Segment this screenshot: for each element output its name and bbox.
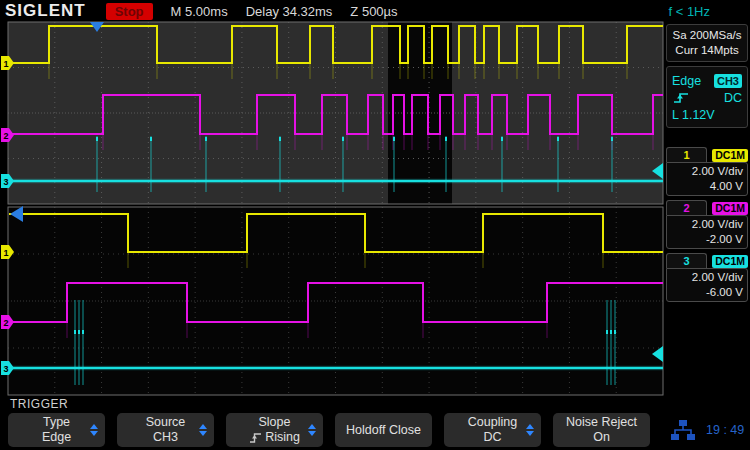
menu-button-holdoff[interactable]: Holdoff Close xyxy=(335,413,432,447)
top-status-bar: SIGLENT Stop M 5.00ms Delay 34.32ms Z 50… xyxy=(0,0,750,22)
rising-edge-icon xyxy=(249,432,262,444)
menu-button-source[interactable]: Source CH3 xyxy=(117,413,214,447)
expand-arrow-icon xyxy=(90,424,98,436)
menu-button-coupling[interactable]: Coupling DC xyxy=(444,413,541,447)
channel2-coupling-badge: DC1M xyxy=(712,202,748,215)
trigger-source-badge: CH3 xyxy=(714,74,742,88)
trigger-info-panel[interactable]: Edge CH3 DC L 1.12V xyxy=(666,66,748,128)
menu-button-noise-reject[interactable]: Noise Reject On xyxy=(553,413,650,447)
oscilloscope-screen: 123123 SIGLENT Stop M 5.00ms Delay 34.32… xyxy=(0,0,750,450)
trigger-type-label: Edge xyxy=(672,74,701,88)
button-label-top: Holdoff Close xyxy=(346,423,421,438)
delay-readout: Delay 34.32ms xyxy=(246,4,333,19)
expand-arrow-icon xyxy=(526,424,534,436)
svg-text:2: 2 xyxy=(3,318,8,328)
button-label-top: Slope xyxy=(249,415,300,430)
trigger-menu-bar: TRIGGER Type Edge Source CH3 Slope xyxy=(0,396,750,450)
zoom-timebase-readout: Z 500µs xyxy=(350,4,397,19)
channel3-offset: -6.00 V xyxy=(671,285,743,300)
svg-text:3: 3 xyxy=(3,364,8,374)
memory-depth: Curr 14Mpts xyxy=(668,43,746,58)
channel1-offset: 4.00 V xyxy=(671,179,743,194)
clock-readout: 19 : 49 xyxy=(706,423,744,437)
channel3-info-box[interactable]: 3 DC1M 2.00 V/div -6.00 V xyxy=(666,253,748,302)
run-state-badge[interactable]: Stop xyxy=(106,3,153,20)
timebase-readout: M 5.00ms xyxy=(171,4,228,19)
channel2-number: 2 xyxy=(666,200,707,215)
channel2-offset: -2.00 V xyxy=(671,232,743,247)
brand-logo: SIGLENT xyxy=(5,1,86,21)
svg-text:3: 3 xyxy=(3,177,8,187)
trigger-level-readout: L 1.12V xyxy=(672,108,715,122)
button-label-top: Type xyxy=(42,415,71,430)
acquisition-info: Sa 200MSa/s Curr 14Mpts xyxy=(666,24,748,62)
button-label-top: Source xyxy=(146,415,186,430)
trigger-coupling-label: DC xyxy=(724,91,742,105)
status-sidebar: Sa 200MSa/s Curr 14Mpts Edge CH3 DC L 1.… xyxy=(663,22,750,396)
channel1-coupling-badge: DC1M xyxy=(712,149,748,162)
waveform-canvas: 123123 xyxy=(0,0,750,450)
svg-text:1: 1 xyxy=(3,59,8,69)
menu-section-label: TRIGGER xyxy=(10,397,750,411)
expand-arrow-icon xyxy=(199,424,207,436)
channel3-scale: 2.00 V/div xyxy=(671,270,743,285)
menu-button-slope[interactable]: Slope Rising xyxy=(226,413,323,447)
channel1-number: 1 xyxy=(666,147,707,162)
channel1-info-box[interactable]: 1 DC1M 2.00 V/div 4.00 V xyxy=(666,147,748,196)
channel1-scale: 2.00 V/div xyxy=(671,164,743,179)
channel2-scale: 2.00 V/div xyxy=(671,217,743,232)
frequency-counter: f < 1Hz xyxy=(668,4,710,19)
svg-text:1: 1 xyxy=(3,248,8,258)
button-label-bottom: Rising xyxy=(265,430,300,445)
button-label-top: Coupling xyxy=(468,415,517,430)
button-label-bottom: On xyxy=(566,430,637,445)
expand-arrow-icon xyxy=(308,424,316,436)
lan-network-icon xyxy=(670,419,696,442)
channel3-coupling-badge: DC1M xyxy=(712,255,748,268)
menu-button-type[interactable]: Type Edge xyxy=(8,413,105,447)
channel2-info-box[interactable]: 2 DC1M 2.00 V/div -2.00 V xyxy=(666,200,748,249)
button-label-top: Noise Reject xyxy=(566,415,637,430)
sample-rate: Sa 200MSa/s xyxy=(668,28,746,43)
button-label-bottom: Edge xyxy=(42,430,71,445)
button-label-bottom: CH3 xyxy=(146,430,186,445)
button-label-bottom: DC xyxy=(468,430,517,445)
channel3-number: 3 xyxy=(666,253,707,268)
svg-text:2: 2 xyxy=(3,131,8,141)
rising-edge-icon xyxy=(672,91,690,105)
